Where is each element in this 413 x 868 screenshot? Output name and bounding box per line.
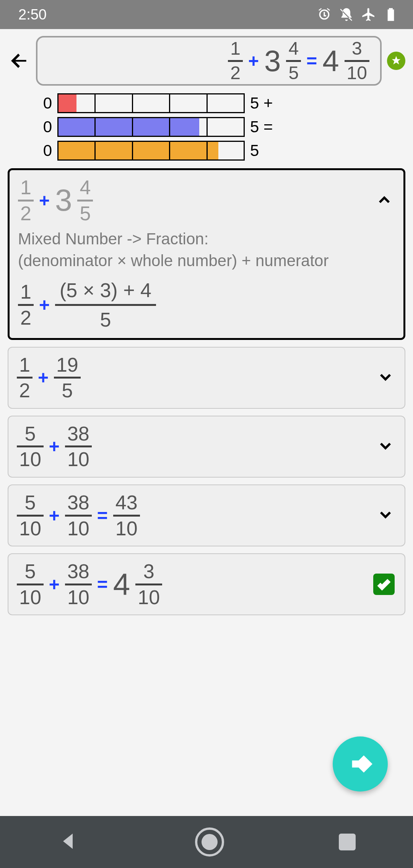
chevron-up-icon[interactable] (375, 191, 393, 211)
equals-icon: = (306, 50, 317, 72)
chevron-down-icon[interactable] (376, 506, 395, 525)
tape-left-label: 0 (8, 141, 57, 160)
battery-icon (383, 7, 398, 22)
step5-expr: 510 + 3810 = 4 310 (17, 561, 396, 608)
header-whole-2: 3 (264, 44, 281, 78)
status-time: 2:50 (18, 7, 47, 23)
nav-back-button[interactable] (57, 830, 80, 854)
step1-note: Mixed Number -> Fraction: (denominator ×… (18, 228, 395, 271)
header-row: 12 + 3 45 = 4 310 (8, 36, 405, 86)
header-frac-2: 45 (286, 39, 301, 83)
back-button[interactable] (8, 50, 31, 72)
favorite-button[interactable] (387, 52, 405, 70)
step-card-3[interactable]: 510 + 3810 (8, 416, 405, 478)
step4-expr: 510 + 3810 = 4310 (17, 492, 396, 539)
next-fab[interactable] (333, 736, 388, 792)
tape-right-label: 5 = (245, 118, 278, 136)
tape-row-2: 0 5 = (8, 116, 405, 138)
header-result-whole: 4 (322, 44, 339, 78)
tape-bar-1 (57, 93, 245, 113)
nav-bar (0, 816, 413, 868)
tape-left-label: 0 (8, 118, 57, 136)
tape-left-label: 0 (8, 94, 57, 112)
tape-diagrams: 0 5 + 0 5 = 0 5 (8, 93, 405, 161)
nav-recent-button[interactable] (339, 834, 356, 850)
step-card-1[interactable]: 12 + 3 45 Mixed Number -> Fraction: (den… (8, 168, 405, 340)
step2-expr: 12 + 195 (17, 354, 396, 401)
step1-line1: 12 + 3 45 (18, 177, 395, 224)
header-frac-1: 12 (228, 39, 243, 83)
expression-box[interactable]: 12 + 3 45 = 4 310 (36, 36, 382, 86)
alarm-icon (317, 7, 332, 22)
tape-row-3: 0 5 (8, 140, 405, 161)
tape-right-label: 5 + (245, 94, 278, 112)
mute-icon (339, 7, 354, 22)
check-icon (373, 574, 395, 595)
nav-home-button[interactable] (195, 827, 224, 857)
tape-bar-2 (57, 117, 245, 137)
step-card-2[interactable]: 12 + 195 (8, 347, 405, 409)
tape-row-1: 0 5 + (8, 93, 405, 114)
tape-right-label: 5 (245, 141, 278, 160)
step3-expr: 510 + 3810 (17, 423, 396, 470)
step-card-5[interactable]: 510 + 3810 = 4 310 (8, 553, 405, 615)
chevron-down-icon[interactable] (376, 437, 395, 457)
step1-line2: 12 + (5 × 3) + 4 5 (18, 279, 395, 331)
status-icons (317, 7, 398, 22)
step-card-4[interactable]: 510 + 3810 = 4310 (8, 484, 405, 546)
status-bar: 2:50 (0, 0, 413, 29)
plus-icon: + (248, 50, 259, 72)
tape-bar-3 (57, 141, 245, 161)
chevron-down-icon[interactable] (376, 368, 395, 388)
header-result-frac: 310 (345, 39, 369, 83)
airplane-icon (361, 7, 376, 22)
